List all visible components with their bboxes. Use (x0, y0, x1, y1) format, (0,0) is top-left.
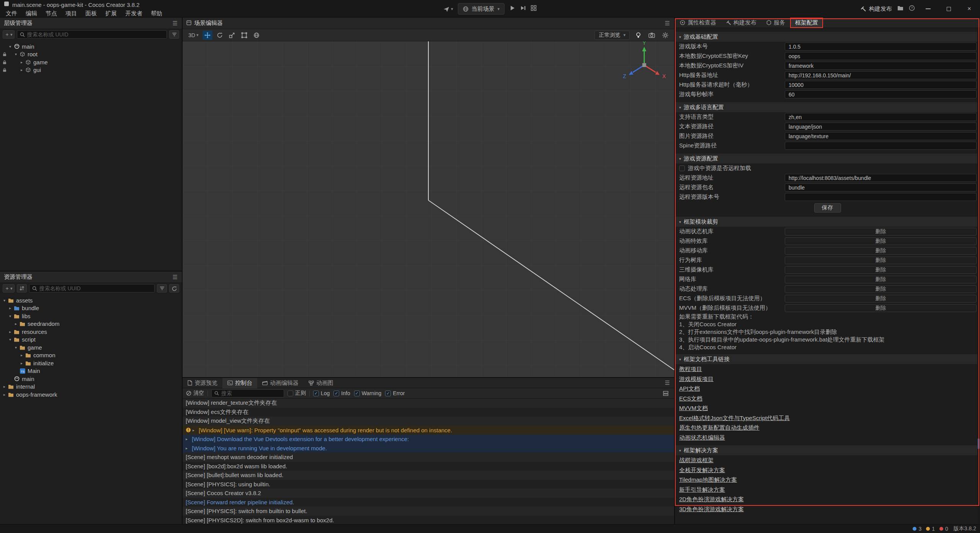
asset-node-common[interactable]: ▸common (0, 352, 182, 360)
console-log-row-8[interactable]: [Scene] [bullet]:bullet wasm lib loaded. (183, 471, 674, 480)
asset-node-internal[interactable]: ▸internal (0, 383, 182, 391)
doc-link[interactable]: 战棋游戏框架 (679, 457, 714, 463)
light-toggle-button[interactable] (633, 31, 643, 40)
status-info-count[interactable]: 3 (913, 526, 921, 532)
delete-button[interactable]: 删除 (785, 276, 977, 283)
prop-input[interactable] (785, 113, 977, 121)
checkbox-checked-icon[interactable]: ✓ (313, 391, 319, 396)
prop-input[interactable] (785, 142, 977, 150)
doc-link[interactable]: ECS文档 (679, 395, 702, 402)
rect-tool-button[interactable] (239, 31, 249, 40)
assets-search-input[interactable] (39, 285, 152, 291)
hierarchy-node-gui[interactable]: ▸gui (0, 66, 182, 74)
console-tab-3[interactable]: 动画图 (304, 378, 338, 388)
console-log-row-2[interactable]: [Window] model_view文件夹存在 (183, 417, 674, 426)
status-warning-count[interactable]: 1 (926, 526, 935, 532)
asset-node-assets[interactable]: ▾assets (0, 296, 182, 304)
expand-down-icon[interactable]: ▾ (13, 52, 19, 56)
hierarchy-search-input[interactable] (27, 31, 164, 38)
console-tab-1[interactable]: 控制台 (222, 378, 257, 388)
checkbox-checked-icon[interactable]: ✓ (385, 391, 391, 396)
console-log-row-4[interactable]: ▸[Window] Download the Vue Devtools exte… (183, 435, 674, 444)
doc-link[interactable]: 3D角色扮演游戏解决方案 (679, 506, 744, 512)
transform-space-button[interactable] (252, 31, 261, 40)
delete-button[interactable]: 删除 (785, 237, 977, 245)
collapse-chevron-icon[interactable]: ▾ (679, 357, 681, 361)
inspector-scrollbar[interactable] (977, 28, 980, 524)
delete-button[interactable]: 删除 (785, 228, 977, 235)
console-log-row-7[interactable]: [Scene] [box2d]:box2d wasm lib loaded. (183, 462, 674, 471)
checkbox-unchecked-icon[interactable] (287, 391, 293, 396)
prop-input[interactable] (785, 183, 977, 191)
prop-input[interactable] (785, 193, 977, 201)
scene-viewport[interactable]: Y X Z (183, 41, 674, 377)
expand-right-icon[interactable]: ▸ (186, 446, 192, 450)
asset-node-main[interactable]: main (0, 375, 182, 383)
save-button[interactable]: 保存 (814, 203, 841, 213)
play-button[interactable] (509, 5, 515, 13)
asset-node-bundle[interactable]: ▸bundle (0, 304, 182, 312)
sort-assets-icon[interactable] (17, 284, 27, 293)
prop-input[interactable] (785, 132, 977, 140)
doc-link[interactable]: 2D角色扮演游戏解决方案 (679, 496, 744, 502)
prop-input[interactable] (785, 90, 977, 98)
asset-node-game[interactable]: ▾game (0, 343, 182, 352)
section-header-3[interactable]: ▾框架模块裁剪 (675, 217, 980, 227)
section-header-0[interactable]: ▾游戏基础配置 (675, 32, 980, 42)
console-menu-icon[interactable]: ☰ (665, 379, 674, 386)
doc-link[interactable]: API文档 (679, 385, 700, 392)
delete-button[interactable]: 删除 (785, 304, 977, 312)
menu-item-2[interactable]: 节点 (41, 9, 61, 17)
collapse-chevron-icon[interactable]: ▾ (679, 157, 681, 161)
console-tab-2[interactable]: 动画编辑器 (257, 378, 304, 388)
delete-button[interactable]: 删除 (785, 285, 977, 293)
console-log-row-3[interactable]: !▸[Window] [Vue warn]: Property "onInput… (183, 426, 674, 435)
expand-right-icon[interactable]: ▸ (7, 306, 13, 310)
step-button[interactable] (520, 5, 526, 13)
create-node-button[interactable]: ＋▾ (3, 30, 15, 39)
menu-item-4[interactable]: 面板 (81, 9, 101, 17)
collapse-logs-icon[interactable] (661, 389, 671, 397)
console-log-row-13[interactable]: [Scene] [PHYSICS2D]: switch from box2d-w… (183, 516, 674, 525)
doc-link[interactable]: Tiledmap地图解决方案 (679, 476, 737, 483)
prop-input[interactable] (785, 174, 977, 182)
console-log-row-1[interactable]: [Window] ecs文件夹存在 (183, 408, 674, 417)
hierarchy-node-main[interactable]: ▾main (0, 43, 182, 51)
inspector-tab-2[interactable]: 服务 (761, 18, 790, 28)
preview-platform-button[interactable]: ▾ (443, 6, 453, 12)
assets-filter-icon[interactable] (157, 284, 167, 293)
expand-right-icon[interactable]: ▸ (19, 361, 24, 365)
delete-button[interactable]: 删除 (785, 295, 977, 302)
asset-node-oops-framework[interactable]: ▸oops-framework (0, 391, 182, 399)
regex-toggle[interactable]: 正则 (287, 390, 306, 397)
console-filter-warning[interactable]: ✓Warning (354, 390, 382, 396)
hierarchy-node-game[interactable]: ▸game (0, 58, 182, 66)
refresh-icon[interactable] (169, 284, 179, 293)
status-error-count[interactable]: 0 (939, 526, 948, 532)
expand-down-icon[interactable]: ▾ (13, 345, 19, 350)
build-publish-button[interactable]: 构建发布 (861, 5, 892, 13)
doc-link[interactable]: 动画状态机编辑器 (679, 434, 725, 441)
console-log-row-9[interactable]: [Scene] [PHYSICS]: using builtin. (183, 480, 674, 489)
rotate-tool-button[interactable] (215, 31, 225, 40)
doc-link[interactable]: 游戏模板项目 (679, 376, 714, 382)
prop-input[interactable] (785, 52, 977, 60)
expand-down-icon[interactable]: ▾ (7, 44, 13, 49)
menu-item-5[interactable]: 扩展 (101, 9, 121, 17)
assets-menu-icon[interactable]: ☰ (173, 274, 178, 281)
delete-button[interactable]: 删除 (785, 247, 977, 255)
checkbox-checked-icon[interactable]: ✓ (333, 391, 339, 396)
prop-input[interactable] (785, 62, 977, 70)
section-header-4[interactable]: ▾框架文档工具链接 (675, 354, 980, 364)
collapse-chevron-icon[interactable]: ▾ (679, 220, 681, 224)
gear-icon[interactable] (660, 31, 670, 40)
doc-link[interactable]: 原生包热更新配置自动生成插件 (679, 424, 760, 431)
console-tab-0[interactable]: 资源预览 (183, 378, 222, 388)
console-filter-log[interactable]: ✓Log (313, 390, 330, 396)
expand-right-icon[interactable]: ▸ (13, 322, 19, 326)
menu-item-0[interactable]: 文件 (2, 9, 21, 17)
console-log-row-5[interactable]: ▸[Window] You are running Vue in develop… (183, 444, 674, 453)
expand-down-icon[interactable]: ▾ (2, 298, 7, 302)
scene-select-dropdown[interactable]: 当前场景 ▾ (458, 3, 505, 15)
console-log-row-11[interactable]: [Scene] Forward render pipeline initiali… (183, 498, 674, 507)
